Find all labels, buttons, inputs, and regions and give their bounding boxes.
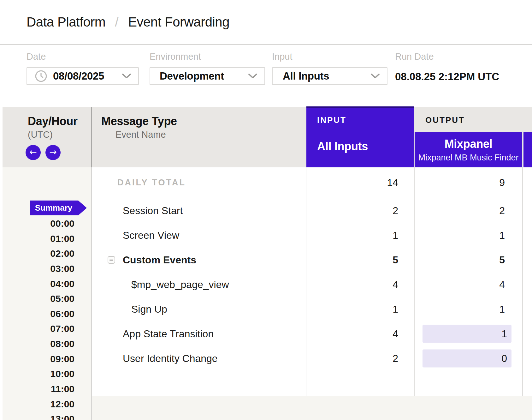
event-forwarding-page: Data Platform / Event Forwarding Date En… [0,0,532,420]
event-label-cell: App State Transition [92,321,306,346]
hour-item[interactable]: 03:00 [3,261,74,276]
event-row: Session Start22 [92,198,532,223]
next-day-button[interactable]: → [45,145,61,160]
date-value: 08/08/2025 [53,70,104,82]
date-filter-label: Date [27,51,46,62]
event-row: Screen View11 [92,223,532,248]
output-column-header[interactable]: Mixpanel Mixpanel MB Music Finder [415,132,522,167]
run-date-value: 08.08.25 2:12PM UTC [395,71,499,83]
input-section-label: INPUT [317,115,414,125]
minus-icon [109,260,113,261]
output-count-cell: 1 [415,223,523,248]
collapse-toggle-icon[interactable] [108,256,115,264]
environment-dropdown[interactable]: Development [150,67,265,85]
environment-filter-label: Environment [150,51,201,62]
event-label-cell: Session Start [92,198,306,223]
input-column-header[interactable]: INPUT All Inputs [306,106,414,167]
hour-item[interactable]: 11:00 [3,381,74,397]
event-name: Sign Up [131,303,167,315]
hour-item[interactable]: 07:00 [3,321,74,336]
date-dropdown[interactable]: 08/08/2025 [27,67,139,85]
event-label-cell: Custom Events [92,248,306,272]
table-footer-band [92,396,532,420]
arrow-left-icon: ← [29,148,37,157]
hour-item[interactable]: 04:00 [3,276,74,291]
previous-day-button[interactable]: ← [26,145,41,160]
event-label-cell: Screen View [92,223,306,248]
event-name-subheader: Event Name [115,129,166,140]
hour-item[interactable]: 06:00 [3,306,74,321]
arrow-right-icon: → [49,148,56,157]
event-name: $mp_web_page_view [131,279,229,291]
clock-icon [35,70,47,82]
event-label-cell: $mp_web_page_view [92,272,306,297]
daily-total-output-count: 9 [415,167,523,198]
hour-item[interactable]: 10:00 [3,366,74,381]
hour-item[interactable]: 02:00 [3,246,74,261]
daily-total-label: DAILY TOTAL [117,167,186,198]
hour-item[interactable]: 13:00 [3,411,74,420]
hour-item[interactable]: 01:00 [3,231,74,246]
event-row: Sign Up11 [92,297,532,321]
output-column-title: Mixpanel [445,137,493,151]
daily-total-row: DAILY TOTAL 14 9 [92,167,532,198]
output-count-cell: 4 [415,272,523,297]
column-divider [91,107,92,167]
output-count-cell: 0 [415,346,523,371]
event-row: Custom Events55 [92,248,532,272]
breadcrumb-separator: / [115,15,119,30]
input-count-cell: 5 [306,248,415,272]
hour-column: Summary 00:0001:0002:0003:0004:0005:0006… [3,167,92,420]
output-count-cell: 5 [415,248,523,272]
environment-value: Development [160,70,224,82]
hour-item[interactable]: 12:00 [3,397,74,412]
output-column-subtitle: Mixpanel MB Music Finder [418,153,518,163]
input-count-cell: 2 [306,198,415,223]
event-row: User Identity Change20 [92,346,532,371]
event-row: $mp_web_page_view44 [92,272,532,297]
input-count-cell: 1 [306,297,415,321]
input-column-title: All Inputs [317,140,414,153]
output-section-label: OUTPUT [425,115,465,125]
output-count-cell: 1 [415,321,523,346]
input-count-cell: 4 [306,321,415,346]
message-type-header: Message Type [101,115,177,128]
input-filter-label: Input [272,51,293,62]
highlighted-count-cell: 1 [423,325,511,343]
chevron-down-icon [248,73,257,79]
event-name: User Identity Change [123,353,218,364]
input-count-cell: 1 [306,223,415,248]
input-dropdown[interactable]: All Inputs [272,67,387,85]
event-row: App State Transition41 [92,321,532,346]
hour-item[interactable]: 09:00 [3,351,74,367]
event-label-cell: Sign Up [92,297,306,321]
hour-item[interactable]: 00:00 [3,216,74,231]
day-hour-subheader: (UTC) [28,129,53,140]
chevron-down-icon [370,73,380,79]
breadcrumb: Data Platform / Event Forwarding [27,0,229,44]
hour-item[interactable]: 08:00 [3,336,74,351]
output-count-cell: 2 [415,198,523,223]
summary-badge-label: Summary [35,203,73,213]
event-name: Screen View [123,230,179,241]
event-label-cell: User Identity Change [92,346,306,371]
run-date-label: Run Date [395,51,434,62]
day-hour-header: Day/Hour [28,115,78,128]
breadcrumb-section[interactable]: Data Platform [27,15,105,30]
input-count-cell: 2 [306,346,415,371]
output-count-cell: 1 [415,297,523,321]
daily-total-input-count: 14 [306,167,415,198]
summary-badge[interactable]: Summary [30,201,87,215]
highlighted-count-cell: 0 [423,350,511,368]
event-name: Custom Events [123,254,196,266]
input-count-cell: 4 [306,272,415,297]
hour-item[interactable]: 05:00 [3,291,74,306]
event-name: Session Start [123,205,183,217]
event-name: App State Transition [123,328,214,340]
output-column-next-partial[interactable] [523,132,532,167]
day-nav: ← → [26,145,61,160]
input-value: All Inputs [283,70,329,82]
event-rows: Session Start22Screen View11Custom Event… [92,198,532,371]
chevron-down-icon [122,73,131,79]
page-title: Event Forwarding [128,15,229,30]
